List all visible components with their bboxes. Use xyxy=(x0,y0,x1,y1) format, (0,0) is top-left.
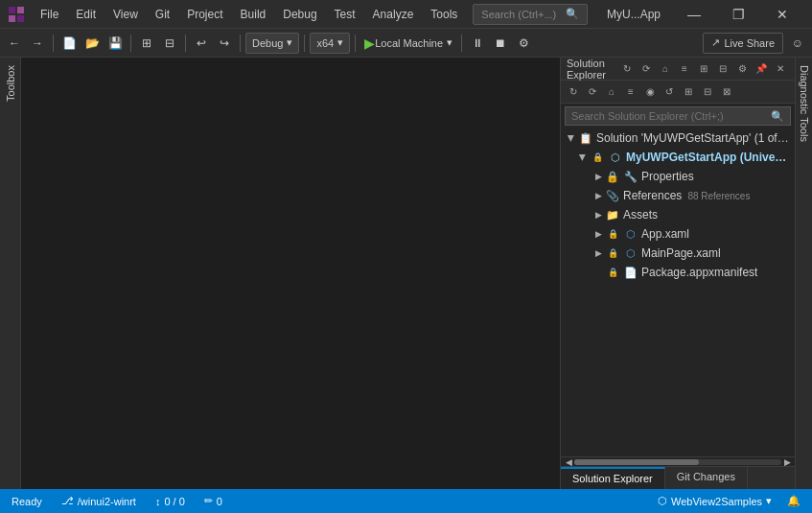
se-settings-button[interactable]: ⚙ xyxy=(733,60,751,78)
menu-tools[interactable]: Tools xyxy=(423,5,465,24)
se-home-button[interactable]: ⌂ xyxy=(657,60,674,78)
line-col-label: 0 / 0 xyxy=(164,496,184,507)
status-line-col[interactable]: ↕ 0 / 0 xyxy=(151,494,189,509)
se-collapse-button[interactable]: ⊟ xyxy=(714,60,731,78)
se-tool-7[interactable]: ⊞ xyxy=(680,83,697,101)
svg-rect-1 xyxy=(17,7,24,13)
menu-build[interactable]: Build xyxy=(233,5,274,24)
status-errors[interactable]: ✏ 0 xyxy=(200,493,226,509)
status-right: ⬡ WebView2Samples ▾ 🔔 xyxy=(654,493,804,509)
se-hscroll-left[interactable]: ◀ xyxy=(563,457,574,467)
view-toggle-2[interactable]: ⊟ xyxy=(159,33,180,54)
menu-test[interactable]: Test xyxy=(327,5,363,24)
play-button[interactable]: ▶ Local Machine ▾ xyxy=(360,35,456,51)
se-horizontal-scrollbar[interactable]: ◀ ▶ xyxy=(561,456,795,466)
tree-app-xaml[interactable]: ▶ 🔒 ⬡ App.xaml xyxy=(561,224,795,244)
se-tool-8[interactable]: ⊟ xyxy=(699,83,716,101)
restore-button[interactable]: ❐ xyxy=(716,0,760,29)
view-toggle-1[interactable]: ⊞ xyxy=(136,33,157,54)
status-notifications[interactable]: 🔔 xyxy=(783,493,804,509)
debug-config-dropdown[interactable]: Debug ▾ xyxy=(245,33,299,54)
new-project-button[interactable]: 📄 xyxy=(58,33,80,54)
se-tool-5[interactable]: ◉ xyxy=(641,83,659,101)
app-xaml-icon: ⬡ xyxy=(623,226,638,242)
toolbox-label[interactable]: Toolbox xyxy=(5,65,16,102)
minimize-button[interactable]: — xyxy=(672,0,716,29)
assets-arrow: ▶ xyxy=(592,208,605,222)
diagnostic-label[interactable]: Diagnostic Tools xyxy=(799,65,810,142)
status-git[interactable]: ⎇ /winui2-winrt xyxy=(58,493,140,509)
solution-tree[interactable]: ▶ 📋 Solution 'MyUWPGetStartApp' (1 of 1 … xyxy=(561,128,795,456)
se-search-box[interactable]: 🔍 xyxy=(565,106,791,126)
settings-button[interactable]: ⚙ xyxy=(513,33,534,54)
se-pin-button[interactable]: 📌 xyxy=(753,60,770,78)
se-search-icon: 🔍 xyxy=(771,110,784,123)
line-col-icon: ↕ xyxy=(155,496,161,507)
toolbox-panel[interactable]: Toolbox xyxy=(0,58,21,489)
se-tool-3[interactable]: ⌂ xyxy=(603,83,620,101)
se-tool-1[interactable]: ↻ xyxy=(565,83,582,101)
se-filter-button[interactable]: ≡ xyxy=(676,60,693,78)
tree-properties[interactable]: ▶ 🔒 🔧 Properties xyxy=(561,167,795,186)
notification-icon: 🔔 xyxy=(787,495,800,507)
platform-arrow: ▾ xyxy=(337,36,343,49)
back-button[interactable]: ← xyxy=(4,33,25,54)
editor-area[interactable] xyxy=(21,58,560,489)
title-search-box[interactable]: Search (Ctrl+...) 🔍 xyxy=(473,4,588,25)
save-button[interactable]: 💾 xyxy=(104,33,126,54)
redo-button[interactable]: ↪ xyxy=(214,33,235,54)
status-ready[interactable]: Ready xyxy=(8,494,46,509)
toolbar-right: ↗ Live Share ☺ xyxy=(703,33,808,54)
se-sync-button[interactable]: ↻ xyxy=(618,60,636,78)
pause-button[interactable]: ⏸ xyxy=(467,33,488,54)
tree-project[interactable]: ▶ 🔒 ⬡ MyUWPGetStartApp (Universal W... xyxy=(561,148,795,167)
local-machine-arrow: ▾ xyxy=(447,36,452,49)
solution-label: Solution 'MyUWPGetStartApp' (1 of 1 p... xyxy=(596,131,791,145)
menu-project[interactable]: Project xyxy=(179,5,230,24)
app-logo xyxy=(8,6,25,23)
se-tool-2[interactable]: ⟳ xyxy=(584,83,601,101)
stop-button[interactable]: ⏹ xyxy=(490,33,511,54)
mainpage-arrow: ▶ xyxy=(592,246,605,260)
menu-bar: File Edit View Git Project Build Debug T… xyxy=(33,5,465,24)
se-tool-6[interactable]: ↺ xyxy=(661,83,678,101)
tree-references[interactable]: ▶ 📎 References 88 References xyxy=(561,186,795,205)
menu-view[interactable]: View xyxy=(105,5,146,24)
solution-explorer-panel: Solution Explorer ↻ ⟳ ⌂ ≡ ⊞ ⊟ ⚙ 📌 ✕ ↻ ⟳ … xyxy=(560,58,795,489)
menu-edit[interactable]: Edit xyxy=(68,5,104,24)
menu-debug[interactable]: Debug xyxy=(275,5,324,24)
se-close-button[interactable]: ✕ xyxy=(772,60,789,78)
menu-analyze[interactable]: Analyze xyxy=(365,5,422,24)
menu-git[interactable]: Git xyxy=(148,5,177,24)
se-hscroll-right[interactable]: ▶ xyxy=(781,457,793,467)
solution-arrow: ▶ xyxy=(565,131,578,145)
se-hscroll-track[interactable] xyxy=(574,459,781,465)
se-tool-9[interactable]: ⊠ xyxy=(718,83,735,101)
feedback-button[interactable]: ☺ xyxy=(787,33,808,54)
platform-dropdown[interactable]: x64 ▾ xyxy=(310,33,350,54)
se-tab-solution-explorer[interactable]: Solution Explorer xyxy=(561,467,665,489)
se-hscroll-thumb[interactable] xyxy=(574,459,699,465)
close-button[interactable]: ✕ xyxy=(760,0,804,29)
se-tool-4[interactable]: ≡ xyxy=(622,83,639,101)
open-button[interactable]: 📂 xyxy=(81,33,103,54)
local-machine-dropdown[interactable]: Local Machine ▾ xyxy=(375,36,452,49)
tree-assets[interactable]: ▶ 📁 Assets xyxy=(561,205,795,224)
se-search-input[interactable] xyxy=(571,110,767,122)
tree-package[interactable]: 🔒 📄 Package.appxmanifest xyxy=(561,263,795,282)
undo-button[interactable]: ↩ xyxy=(191,33,212,54)
toolbar-sep-6 xyxy=(355,35,356,52)
diagnostic-tools-panel[interactable]: Diagnostic Tools xyxy=(795,58,812,489)
status-webview[interactable]: ⬡ WebView2Samples ▾ xyxy=(654,493,776,509)
forward-button[interactable]: → xyxy=(27,33,48,54)
live-share-button[interactable]: ↗ Live Share xyxy=(703,33,783,54)
menu-file[interactable]: File xyxy=(33,5,66,24)
tree-solution[interactable]: ▶ 📋 Solution 'MyUWPGetStartApp' (1 of 1 … xyxy=(561,128,795,148)
debug-config-label: Debug xyxy=(252,37,283,49)
tree-mainpage-xaml[interactable]: ▶ 🔒 ⬡ MainPage.xaml xyxy=(561,244,795,263)
title-bar: File Edit View Git Project Build Debug T… xyxy=(0,0,812,29)
se-refresh-button[interactable]: ⟳ xyxy=(638,60,655,78)
se-expand-button[interactable]: ⊞ xyxy=(695,60,712,78)
se-tab-git-changes[interactable]: Git Changes xyxy=(665,467,748,489)
se-toolbar: ↻ ⟳ ⌂ ≡ ◉ ↺ ⊞ ⊟ ⊠ xyxy=(561,81,795,104)
